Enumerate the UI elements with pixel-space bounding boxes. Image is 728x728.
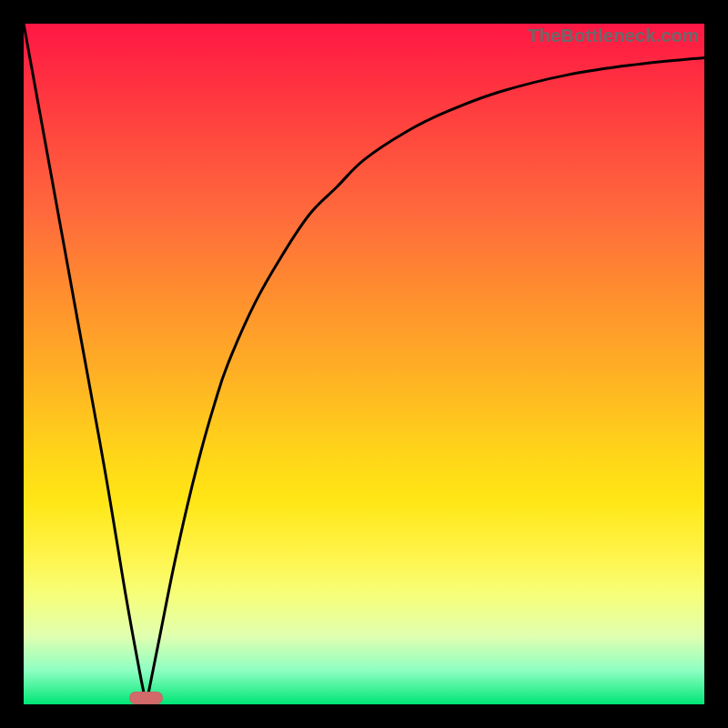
chart-frame: TheBottleneck.com: [0, 0, 728, 728]
chart-plot-area: TheBottleneck.com: [24, 24, 704, 704]
chart-curves: [24, 24, 704, 704]
curve-left-branch: [24, 24, 147, 704]
optimum-marker: [129, 692, 163, 704]
curve-right-branch: [147, 57, 704, 704]
